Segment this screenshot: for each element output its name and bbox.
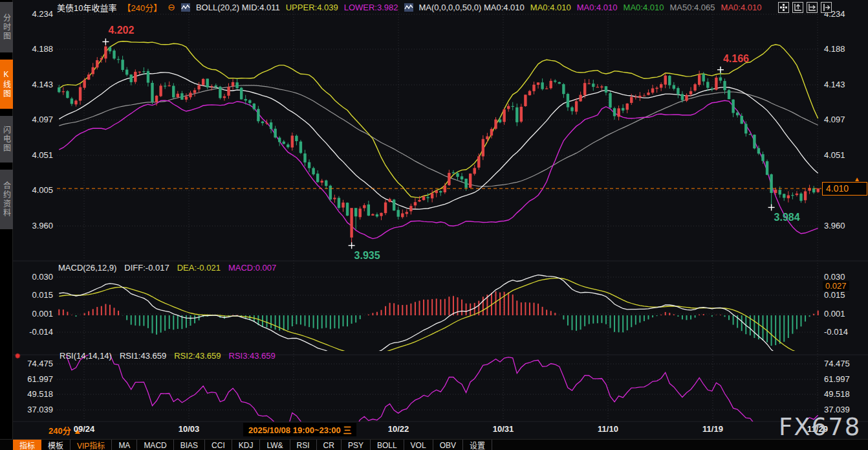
price-axis-label: 4.051	[18, 150, 53, 160]
selected-candle-datetime: 2025/10/08 19:00~23:00 三	[243, 423, 356, 436]
macd-panel-title: MACD(26,12,9) DIFF:-0.017 DEA:-0.021 MAC…	[58, 263, 276, 273]
rsi-axis-label: 61.997	[824, 374, 850, 384]
last-price-tag: 4.010	[822, 182, 867, 196]
extreme-marker: 3.984	[768, 204, 800, 223]
period-label[interactable]: 【240分】	[122, 1, 162, 14]
rsi1-value: RSI1:43.659	[120, 351, 166, 361]
date-axis-label: 11/10	[598, 424, 618, 434]
toolbar-tab-BOLL[interactable]: BOLL	[371, 440, 404, 450]
toolbar-tab-VIP指标[interactable]: VIP指标	[71, 440, 112, 450]
macd-axis-label: -0.014	[824, 327, 848, 337]
fx678-watermark: FX678	[779, 413, 861, 441]
scale-y-icon[interactable]	[792, 2, 803, 13]
date-axis-label: 10/22	[388, 424, 409, 434]
time-axis: 240分 ▲ 2025/10/08 19:00~23:00 三 09/2410/…	[0, 422, 868, 438]
price-axis-label: 4.097	[824, 115, 845, 124]
ma-settings-icon[interactable]	[404, 3, 413, 12]
macd-axis-label: 0.030	[18, 272, 53, 282]
price-axis-label: 4.143	[18, 80, 53, 89]
macd-title-label: MACD(26,12,9)	[58, 263, 116, 273]
bottom-toolbar: 指标模板VIP指标MAMACDBIASCCIKDJLW&RSICRPSYBOLL…	[0, 439, 868, 450]
toolbar-tab-设置[interactable]: 设置	[463, 440, 492, 450]
rsi-axis-label: 74.475	[824, 359, 850, 368]
macd-dea-value: DEA:-0.021	[177, 263, 221, 273]
extreme-price-annotation: 4.166	[723, 53, 749, 64]
macd-diff-value: DIFF:-0.017	[124, 263, 169, 273]
extreme-marker: 4.166	[717, 53, 749, 73]
price-tag-arrow-icon: ▲	[854, 175, 860, 183]
macd-axis-tag: 0.027	[823, 281, 849, 291]
macd-axis-label: -0.014	[18, 327, 53, 337]
macd-axis-label: 0.001	[18, 309, 53, 319]
macd-axis-label: 0.015	[18, 290, 53, 300]
sidebar-tab-1[interactable]: 分时图	[0, 2, 13, 52]
price-axis-label: 4.234	[18, 9, 53, 19]
price-axis-label: 4.188	[824, 44, 845, 54]
toolbar-tab-VOL[interactable]: VOL	[404, 440, 433, 450]
price-axis-label: 4.005	[18, 185, 53, 195]
ma-values-group: MA0:4.010MA0:4.010MA0:4.010MA50:4.065MA0…	[530, 3, 762, 12]
toolbar-tab-CR[interactable]: CR	[317, 440, 342, 450]
ma-label-value: MA(0,0,0,0,50,0) MA0:4.010	[419, 3, 525, 12]
toolbar-tab-RSI[interactable]: RSI	[290, 440, 317, 450]
boll-lower-value: LOWER:3.982	[344, 3, 398, 12]
rsi-axis-label: 61.997	[18, 374, 53, 384]
sidebar-tab-3[interactable]: 闪电图	[0, 116, 13, 163]
ma-value-3: MA0:4.010	[624, 3, 664, 12]
toolbar-tab-MACD[interactable]: MACD	[137, 440, 173, 450]
toolbar-tab-CCI[interactable]: CCI	[205, 440, 232, 450]
left-sidebar: 分时图K线图闪电图合约资料	[0, 0, 13, 450]
price-axis-label: 4.097	[18, 115, 53, 124]
extreme-price-annotation: 3.984	[774, 212, 800, 223]
chart-canvas[interactable]: 4.2024.1663.9353.984	[0, 0, 868, 450]
price-axis-label: 4.051	[824, 150, 845, 160]
rsi3-value: RSI3:43.659	[229, 351, 276, 361]
date-axis-label: 10/31	[493, 424, 514, 434]
date-axis-label: 10/03	[179, 424, 200, 434]
corner-toolbar	[778, 2, 832, 13]
toolbar-tab-指标[interactable]: 指标	[13, 440, 41, 450]
date-axis-label: 09/24	[74, 424, 95, 434]
pan-right-icon[interactable]	[821, 2, 832, 13]
macd-axis-label: 0.030	[824, 272, 845, 282]
rsi-axis-label: 49.518	[18, 389, 53, 399]
toolbar-tab-模板[interactable]: 模板	[41, 440, 71, 450]
trading-app-window: 4.2024.1663.9353.984 分时图K线图闪电图合约资料 美债10年…	[0, 0, 868, 450]
macd-macd-value: MACD:0.007	[228, 263, 276, 273]
toolbar-tab-LW&[interactable]: LW&	[260, 440, 290, 450]
macd-axis-label: 0.015	[824, 290, 845, 300]
chart-header: 美债10年收益率 【240分】 ⊖ BOLL(20,2) MID:4.011 U…	[57, 0, 761, 14]
extreme-marker: 3.935	[349, 242, 380, 261]
collapse-icon[interactable]: ⊖	[168, 3, 175, 12]
price-axis-label: 4.188	[18, 44, 53, 54]
layout-grid-icon[interactable]	[778, 2, 789, 13]
ma-value-5: MA0:4.010	[721, 3, 762, 12]
starburst-icon: ✹	[14, 352, 21, 361]
toolbar-tab-BIAS[interactable]: BIAS	[174, 440, 205, 450]
scale-x-icon[interactable]	[807, 2, 818, 13]
sidebar-tab-4[interactable]: 合约资料	[0, 170, 13, 229]
boll-mid-value: BOLL(20,2) MID:4.011	[196, 3, 280, 12]
toolbar-tab-OBV[interactable]: OBV	[433, 440, 463, 450]
macd-axis-label: 0.001	[824, 309, 845, 319]
indicator-tabs: 指标模板VIP指标MAMACDBIASCCIKDJLW&RSICRPSYBOLL…	[13, 440, 492, 450]
rsi-axis-label: 37.039	[18, 405, 53, 414]
sidebar-tab-2[interactable]: K线图	[0, 60, 13, 109]
price-axis-label: 4.143	[824, 80, 845, 89]
rsi-axis-label: 74.475	[18, 359, 53, 368]
date-axis-label: 11/19	[702, 424, 723, 434]
boll-upper-value: UPPER:4.039	[286, 3, 338, 12]
price-axis-label: 3.960	[824, 221, 845, 231]
boll-settings-icon[interactable]	[181, 3, 190, 12]
toolbar-tab-PSY[interactable]: PSY	[342, 440, 371, 450]
extreme-price-annotation: 4.202	[108, 25, 134, 36]
ma-value-2: MA0:4.010	[577, 3, 618, 12]
rsi-title-label: RSI(14,14,14)	[60, 351, 112, 361]
rsi-panel-title: RSI(14,14,14) RSI1:43.659 RSI2:43.659 RS…	[60, 351, 276, 361]
rsi2-value: RSI2:43.659	[174, 351, 221, 361]
toolbar-tab-KDJ[interactable]: KDJ	[232, 440, 261, 450]
toolbar-tab-MA[interactable]: MA	[112, 440, 137, 450]
price-axis-label: 3.960	[18, 221, 53, 231]
ma-value-1: MA0:4.010	[530, 3, 571, 12]
ma-value-4: MA50:4.065	[669, 3, 715, 12]
